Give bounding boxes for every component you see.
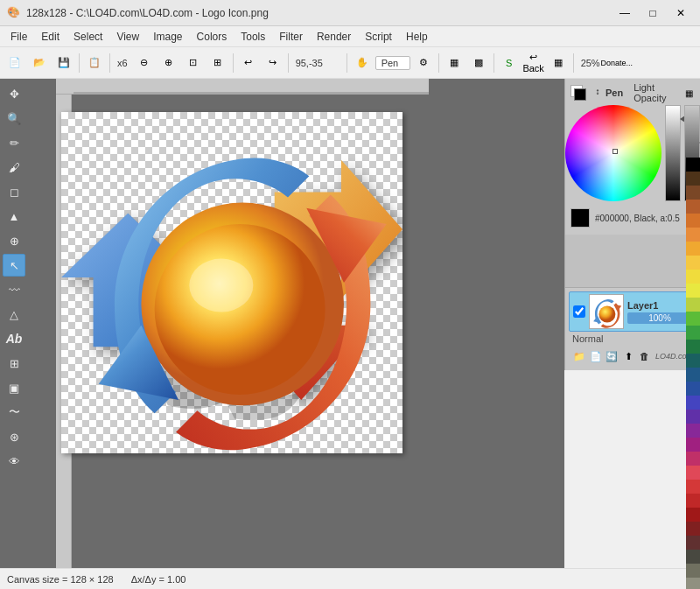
lightness-bar[interactable]: [665, 105, 681, 201]
layer-new-btn[interactable]: 📁: [572, 347, 587, 365]
palette-color-swatch[interactable]: [686, 410, 700, 424]
menu-help[interactable]: Help: [399, 29, 435, 45]
layer-refresh-btn[interactable]: 🔄: [605, 347, 620, 365]
eraser-tool-btn[interactable]: ◻: [3, 180, 25, 203]
palette-color-swatch[interactable]: [686, 396, 700, 410]
swap-color-icon[interactable]: ↕: [590, 83, 606, 99]
text-tool-btn[interactable]: Ab: [3, 327, 25, 350]
palette-color-swatch[interactable]: [686, 270, 700, 284]
open-button[interactable]: 📂: [28, 52, 51, 74]
palette-color-swatch[interactable]: [686, 480, 700, 494]
gradient-tool-btn[interactable]: ▣: [3, 376, 25, 399]
copy-button[interactable]: 📋: [83, 52, 106, 74]
zoom-out-button[interactable]: ⊖: [133, 52, 156, 74]
panel-menu-icon[interactable]: ▦: [682, 85, 696, 101]
menu-image[interactable]: Image: [146, 29, 189, 45]
menu-script[interactable]: Script: [358, 29, 399, 45]
close-button[interactable]: ✕: [668, 4, 693, 22]
smudge-tool-btn[interactable]: 〜: [3, 401, 25, 424]
layer-section: Layer1 100% Normal 📁 📄 🔄 ⬆ 🗑 LO4D.com: [565, 287, 700, 370]
checker-pattern-button[interactable]: ▦: [443, 52, 466, 74]
palette-color-swatch[interactable]: [686, 452, 700, 466]
palette-color-swatch[interactable]: [686, 298, 700, 312]
palette-color-swatch[interactable]: [686, 354, 700, 368]
maximize-button[interactable]: □: [640, 4, 665, 22]
brush-tool-btn[interactable]: 🖌: [3, 156, 25, 179]
menu-filter[interactable]: Filter: [272, 29, 310, 45]
palette-color-swatch[interactable]: [686, 284, 700, 298]
layer-copy-btn[interactable]: 📄: [589, 347, 604, 365]
color-wheel[interactable]: [565, 105, 662, 201]
clone-tool-btn[interactable]: ⊛: [3, 425, 25, 448]
pencil-tool-btn[interactable]: ✏: [3, 131, 25, 154]
layer-visibility-check[interactable]: [573, 305, 585, 318]
select-tool-btn[interactable]: ↖: [3, 254, 25, 277]
menu-tools[interactable]: Tools: [234, 29, 272, 45]
fill-tool-btn[interactable]: ▲: [3, 205, 25, 228]
sep6: [438, 53, 439, 73]
zoom-tool-btn[interactable]: 🔍: [3, 107, 25, 130]
menu-edit[interactable]: Edit: [34, 29, 66, 45]
palette-color-swatch[interactable]: [686, 256, 700, 270]
palette-color-swatch[interactable]: [686, 312, 700, 326]
transform-tool-btn[interactable]: ⊞: [3, 352, 25, 375]
new-button[interactable]: 📄: [4, 52, 26, 74]
palette-color-swatch[interactable]: [686, 508, 700, 522]
palette-color-swatch[interactable]: [686, 466, 700, 480]
color-mode-icons: ↕: [569, 83, 606, 102]
color-wheel-area: [569, 105, 696, 201]
layer-up-btn[interactable]: ⬆: [621, 347, 636, 365]
zoom-fit-button[interactable]: ⊡: [182, 52, 205, 74]
layer-delete-btn[interactable]: 🗑: [637, 347, 652, 365]
plugin-button[interactable]: S: [498, 52, 521, 74]
canvas-container[interactable]: [61, 112, 402, 453]
color-swatch[interactable]: [570, 208, 590, 228]
palette-color-swatch[interactable]: [686, 214, 700, 228]
palette-color-swatch[interactable]: [686, 228, 700, 242]
menu-select[interactable]: Select: [66, 29, 109, 45]
palette-color-swatch[interactable]: [686, 550, 700, 564]
canvas-size-status: Canvas size = 128 × 128: [7, 574, 114, 585]
redo-button[interactable]: ↪: [262, 52, 284, 74]
menu-colors[interactable]: Colors: [190, 29, 234, 45]
palette-color-swatch[interactable]: [686, 242, 700, 256]
layer1-item[interactable]: Layer1 100%: [569, 291, 696, 332]
donate-button[interactable]: Donate...: [606, 52, 628, 74]
value-slider-container: [665, 105, 681, 201]
palette-color-swatch[interactable]: [686, 424, 700, 438]
palette-color-swatch[interactable]: [686, 382, 700, 396]
minimize-button[interactable]: —: [612, 4, 637, 22]
palette-color-swatch[interactable]: [686, 158, 700, 172]
menu-view[interactable]: View: [109, 29, 146, 45]
palette-color-swatch[interactable]: [686, 368, 700, 382]
palette-color-swatch[interactable]: [686, 186, 700, 200]
undo-button[interactable]: ↩: [237, 52, 260, 74]
palette-color-swatch[interactable]: [686, 172, 700, 186]
palette-color-swatch[interactable]: [686, 494, 700, 508]
tool-options-button[interactable]: ⚙: [412, 52, 435, 74]
menu-file[interactable]: File: [4, 29, 34, 45]
color-picker-btn[interactable]: ⊕: [3, 229, 25, 252]
eye-dropper-btn[interactable]: 👁: [3, 450, 25, 473]
fg-bg-color-icon[interactable]: [569, 83, 588, 102]
palette-color-swatch[interactable]: [686, 326, 700, 340]
palette-color-swatch[interactable]: [686, 438, 700, 452]
palette-color-swatch[interactable]: [686, 564, 700, 578]
hand-tool-btn[interactable]: ✋: [351, 52, 374, 74]
back-button[interactable]: ↩ Back: [522, 52, 545, 74]
pattern3-button[interactable]: ▦: [547, 52, 570, 74]
zoom-in-button[interactable]: ⊕: [158, 52, 180, 74]
palette-color-swatch[interactable]: [686, 340, 700, 354]
palette-color-swatch[interactable]: [686, 200, 700, 214]
lasso-tool-btn[interactable]: 〰: [3, 278, 25, 301]
grid-button[interactable]: ⊞: [206, 52, 229, 74]
palette-color-swatch[interactable]: [686, 536, 700, 550]
save-button[interactable]: 💾: [52, 52, 75, 74]
pattern2-button[interactable]: ▩: [467, 52, 490, 74]
current-tool-label: Pen: [375, 56, 410, 70]
palette-color-swatch[interactable]: [686, 522, 700, 536]
menu-render[interactable]: Render: [310, 29, 358, 45]
palette-color-swatch[interactable]: [686, 578, 700, 589]
move-tool-btn[interactable]: ✥: [3, 82, 25, 105]
shape-tool-btn[interactable]: △: [3, 303, 25, 326]
